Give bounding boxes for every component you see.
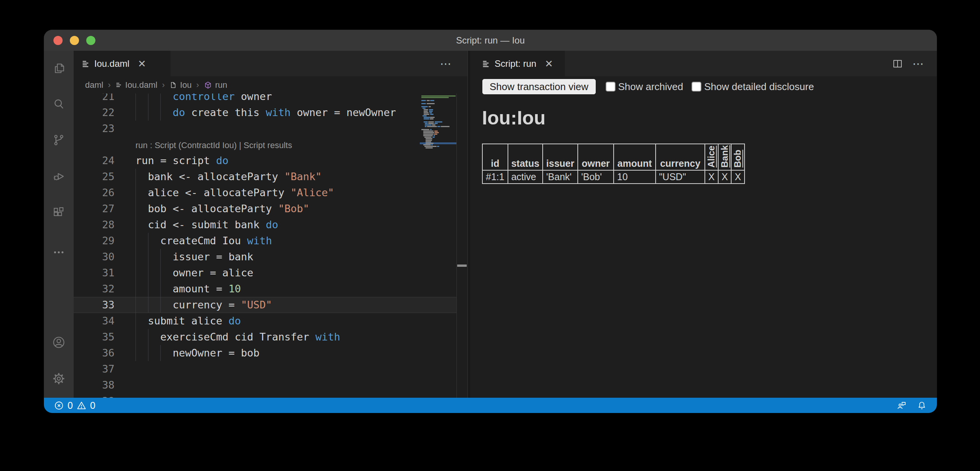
code-text: submit alice do bbox=[135, 313, 241, 329]
line-number[interactable]: 26 bbox=[74, 185, 114, 201]
code-line[interactable]: 36 newOwner = bob bbox=[74, 345, 457, 361]
breadcrumb-item-daml[interactable]: daml bbox=[85, 80, 103, 90]
line-number[interactable]: 36 bbox=[74, 345, 114, 361]
split-editor-icon[interactable] bbox=[892, 58, 903, 69]
show-detailed-disclosure-checkbox[interactable] bbox=[691, 82, 701, 92]
tab-bar-left: Iou.daml ✕ ⋯ bbox=[74, 51, 467, 76]
close-tab-icon[interactable]: ✕ bbox=[138, 59, 146, 69]
line-number[interactable]: 27 bbox=[74, 201, 114, 217]
column-header: amount bbox=[614, 144, 656, 170]
code-line[interactable]: 25 bank <- allocateParty "Bank" bbox=[74, 169, 457, 185]
tab-bar-right: Script: run ✕ ⋯ bbox=[470, 51, 937, 76]
breadcrumb-separator: › bbox=[108, 80, 111, 90]
sash-handle[interactable] bbox=[457, 265, 467, 267]
code-line[interactable]: 38 bbox=[74, 377, 457, 393]
column-header: currency bbox=[656, 144, 705, 170]
line-number[interactable]: 21 bbox=[74, 94, 114, 105]
line-number[interactable]: 33 bbox=[74, 297, 114, 313]
breadcrumb-item-module[interactable]: Iou bbox=[169, 80, 192, 90]
code-text: run = script do bbox=[135, 153, 229, 169]
line-number[interactable]: 38 bbox=[74, 377, 114, 393]
settings-gear-icon[interactable] bbox=[52, 372, 66, 386]
code-line[interactable]: 24run = script do bbox=[74, 153, 457, 169]
code-line[interactable]: 23 bbox=[74, 121, 457, 137]
line-number[interactable]: 32 bbox=[74, 281, 114, 297]
show-transaction-view-button[interactable]: Show transaction view bbox=[482, 79, 596, 94]
line-number[interactable]: 22 bbox=[74, 105, 114, 121]
party-signatory-cell: X bbox=[718, 170, 732, 184]
party-column-header: Alice bbox=[705, 144, 718, 170]
tab-label: Script: run bbox=[495, 58, 536, 69]
breadcrumb-item-file[interactable]: Iou.daml bbox=[115, 80, 157, 90]
party-signatory-cell: X bbox=[705, 170, 718, 184]
line-number[interactable]: 31 bbox=[74, 265, 114, 281]
problems-status[interactable]: 0 0 bbox=[54, 398, 95, 413]
line-number[interactable]: 35 bbox=[74, 329, 114, 345]
code-text: createCmd Iou with bbox=[135, 233, 272, 249]
party-column-header: Bank bbox=[718, 144, 732, 170]
column-header: id bbox=[482, 144, 508, 170]
checkbox-label: Show detailed disclosure bbox=[704, 81, 814, 93]
close-tab-icon[interactable]: ✕ bbox=[545, 59, 553, 69]
show-archived-checkbox[interactable] bbox=[606, 82, 616, 92]
extensions-icon[interactable] bbox=[52, 206, 66, 219]
explorer-icon[interactable] bbox=[52, 61, 66, 75]
code-line[interactable]: 28 cid <- submit bank do bbox=[74, 217, 457, 233]
scrollbar-track[interactable] bbox=[456, 94, 457, 398]
minimap-line bbox=[420, 147, 456, 149]
column-header: owner bbox=[578, 144, 614, 170]
code-text: exerciseCmd cid Transfer with bbox=[135, 329, 340, 345]
more-actions-icon[interactable] bbox=[52, 245, 66, 259]
more-actions-icon[interactable]: ⋯ bbox=[912, 57, 925, 70]
feedback-icon[interactable] bbox=[896, 400, 907, 411]
line-number[interactable]: 24 bbox=[74, 153, 114, 169]
run-and-debug-icon[interactable] bbox=[52, 169, 66, 183]
code-line[interactable]: 35 exerciseCmd cid Transfer with bbox=[74, 329, 457, 345]
more-actions-icon[interactable]: ⋯ bbox=[440, 57, 453, 70]
code-line[interactable]: 32 amount = 10 bbox=[74, 281, 457, 297]
line-number[interactable]: 25 bbox=[74, 169, 114, 185]
table-body: #1:1active'Bank''Bob'10"USD"XXX bbox=[482, 170, 745, 184]
line-number[interactable]: 37 bbox=[74, 361, 114, 377]
line-number[interactable]: 23 bbox=[74, 121, 114, 137]
code-line[interactable]: 39 bbox=[74, 393, 457, 398]
line-number[interactable]: 34 bbox=[74, 313, 114, 329]
code-line[interactable]: 37 bbox=[74, 361, 457, 377]
table-row: #1:1active'Bank''Bob'10"USD"XXX bbox=[482, 170, 745, 184]
warning-count: 0 bbox=[90, 400, 95, 411]
code-text: bank <- allocateParty "Bank" bbox=[135, 169, 322, 185]
editor-actions-left: ⋯ bbox=[440, 51, 453, 76]
tab-iou-daml[interactable]: Iou.daml ✕ bbox=[74, 51, 171, 76]
code-line[interactable]: 33 currency = "USD" bbox=[74, 297, 457, 313]
breadcrumb-item-symbol-run[interactable]: run bbox=[204, 80, 227, 90]
line-number[interactable]: 29 bbox=[74, 233, 114, 249]
accounts-icon[interactable] bbox=[52, 336, 66, 349]
title-bar[interactable]: Script: run — Iou bbox=[44, 30, 937, 51]
source-control-icon[interactable] bbox=[52, 133, 66, 147]
tab-label: Iou.daml bbox=[94, 58, 129, 69]
line-number[interactable]: 30 bbox=[74, 249, 114, 265]
column-header: status bbox=[508, 144, 543, 170]
tab-script-run[interactable]: Script: run ✕ bbox=[470, 51, 565, 76]
notifications-bell-icon[interactable] bbox=[917, 400, 927, 411]
minimap[interactable] bbox=[420, 94, 456, 158]
code-line[interactable]: 22 do create this with owner = newOwner bbox=[74, 105, 457, 121]
line-number[interactable]: 39 bbox=[74, 393, 114, 398]
code-line[interactable]: 21 controller owner bbox=[74, 94, 457, 105]
webview-controls: Show transaction view Show archived Show… bbox=[482, 79, 814, 95]
search-icon[interactable] bbox=[52, 97, 66, 111]
code-line[interactable]: 27 bob <- allocateParty "Bob" bbox=[74, 201, 457, 217]
breadcrumb: daml › Iou.daml › bbox=[74, 76, 467, 94]
breadcrumb-separator: › bbox=[196, 80, 199, 90]
code-line[interactable]: 34 submit alice do bbox=[74, 313, 457, 329]
code-line[interactable]: 31 owner = alice bbox=[74, 265, 457, 281]
code-editor[interactable]: 21 controller owner22 do create this wit… bbox=[74, 94, 467, 398]
code-text: newOwner = bob bbox=[135, 345, 260, 361]
code-line[interactable]: 29 createCmd Iou with bbox=[74, 233, 457, 249]
editor-group-left: Iou.daml ✕ ⋯ daml › bbox=[74, 51, 467, 398]
line-number[interactable]: 28 bbox=[74, 217, 114, 233]
code-line[interactable]: 26 alice <- allocateParty "Alice" bbox=[74, 185, 457, 201]
daml-file-icon bbox=[115, 82, 122, 89]
codelens-link[interactable]: run : Script (ContractId Iou) | Script r… bbox=[135, 137, 292, 153]
code-line[interactable]: 30 issuer = bank bbox=[74, 249, 457, 265]
